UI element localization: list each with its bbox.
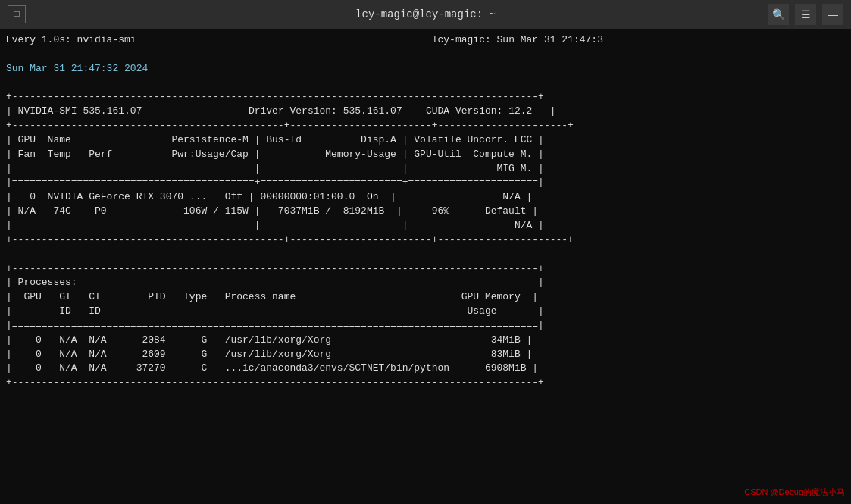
terminal-body: Every 1.0s: nvidia-smi lcy-magic: Sun Ma… [0,29,851,504]
minimize-button[interactable]: — [822,4,843,25]
timestamp: Sun Mar 31 21:47:32 2024 [6,63,148,74]
terminal-window: □ lcy-magic@lcy-magic: ~ 🔍 ☰ — Every 1.0… [0,0,851,504]
title-bar-title: lcy-magic@lcy-magic: ~ [355,8,496,20]
menu-icon: ☰ [801,8,811,20]
title-bar-right: 🔍 ☰ — [768,4,843,25]
title-bar: □ lcy-magic@lcy-magic: ~ 🔍 ☰ — [0,0,851,29]
menu-button[interactable]: ☰ [795,4,816,25]
search-icon: 🔍 [772,8,785,20]
watermark: CSDN @Debug的魔法小马 [744,487,845,498]
watch-line-right: lcy-magic: Sun Mar 31 21:47:3 [432,34,603,45]
smi-version: NVIDIA-SMI 535.161.07 [18,105,142,117]
search-button[interactable]: 🔍 [768,4,789,25]
driver-version: Driver Version: 535.161.07 [249,105,402,117]
on-status: On [367,191,379,202]
cuda-version: CUDA Version: 12.2 [426,105,532,117]
terminal-content: Every 1.0s: nvidia-smi lcy-magic: Sun Ma… [6,33,845,390]
window-icon[interactable]: □ [8,5,26,23]
title-bar-left: □ [8,5,26,23]
watch-line-left: Every 1.0s: nvidia-smi [6,34,136,45]
minimize-icon: — [828,8,838,20]
